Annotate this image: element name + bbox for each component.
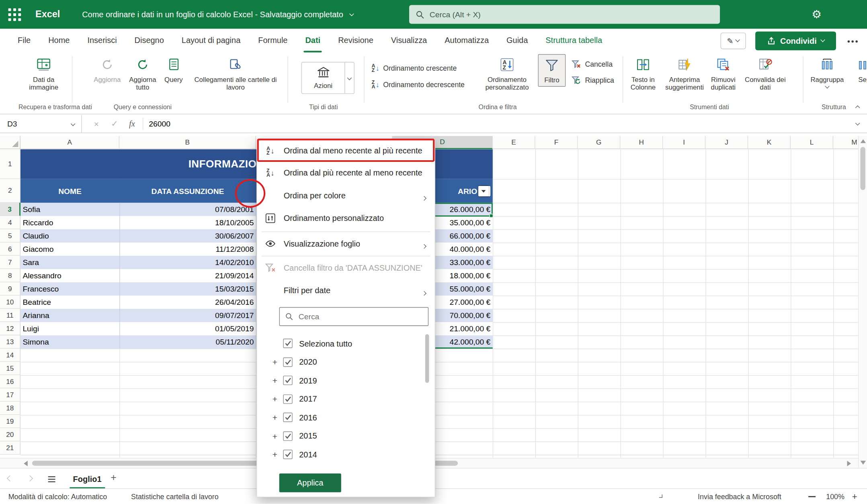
- zoom-level[interactable]: 100%: [826, 492, 844, 501]
- share-button[interactable]: Condividi: [755, 31, 836, 50]
- next-sheet-chevron-icon[interactable]: [27, 475, 33, 482]
- settings-gear-icon[interactable]: ⚙: [812, 0, 822, 29]
- row-header-8[interactable]: 8: [0, 269, 20, 282]
- cell-data-assunzione[interactable]: 26/04/2016: [119, 296, 254, 309]
- tab-home[interactable]: Home: [39, 29, 78, 53]
- apply-filter-button[interactable]: Applica: [279, 473, 341, 492]
- header-cell-nome[interactable]: NOME: [20, 179, 119, 203]
- dati-da-immagine-button[interactable]: Dati da immagine: [20, 55, 68, 91]
- azioni-main[interactable]: Azioni: [302, 62, 344, 93]
- row-header-19[interactable]: 19: [0, 415, 20, 428]
- add-sheet-button[interactable]: +: [111, 472, 116, 484]
- checkbox-2019[interactable]: [283, 375, 292, 385]
- column-header-H[interactable]: H: [620, 136, 663, 149]
- insert-function-icon[interactable]: fx: [129, 119, 135, 128]
- collegamenti-cartelle-button[interactable]: Collegamenti alle cartelle di lavoro: [189, 55, 283, 91]
- cancel-entry-icon[interactable]: ×: [94, 119, 99, 128]
- column-header-E[interactable]: E: [493, 136, 535, 149]
- row-header-20[interactable]: 20: [0, 428, 20, 441]
- ordinamento-personalizzato-button[interactable]: AZ Ordinamento personalizzato: [484, 55, 530, 91]
- expand-plus-icon[interactable]: +: [271, 357, 279, 366]
- ordinamento-decrescente-button[interactable]: ZA↓ Ordinamento decrescente: [371, 78, 464, 92]
- scroll-right-arrow-icon[interactable]: [847, 461, 851, 466]
- checkbox-2016[interactable]: [283, 413, 292, 422]
- expand-plus-icon[interactable]: +: [271, 431, 279, 441]
- expand-plus-icon[interactable]: +: [271, 413, 279, 422]
- confirm-entry-icon[interactable]: ✓: [111, 119, 118, 129]
- cell-nome[interactable]: Sofia: [23, 203, 117, 216]
- cell-nome[interactable]: Francesco: [23, 282, 117, 296]
- tab-guida[interactable]: Guida: [498, 29, 537, 53]
- rimuovi-duplicati-button[interactable]: Rimuovi duplicati: [703, 55, 743, 91]
- cell-nome[interactable]: Simona: [23, 335, 117, 349]
- name-box[interactable]: D3: [0, 114, 82, 133]
- save-status-chevron-icon[interactable]: [349, 11, 354, 16]
- anteprima-suggerimenti-button[interactable]: Anteprima suggerimenti: [662, 55, 707, 91]
- checkbox-2020[interactable]: [283, 357, 292, 366]
- row-header-13[interactable]: 13: [0, 335, 20, 349]
- zoom-out-button[interactable]: [808, 496, 816, 497]
- tab-visualizza[interactable]: Visualizza: [382, 29, 436, 53]
- column-header-A[interactable]: A: [20, 136, 119, 149]
- filter-menu-item-filtri-per-date[interactable]: Filtri per date: [257, 280, 435, 302]
- row-header-10[interactable]: 10: [0, 296, 20, 309]
- cell-data-assunzione[interactable]: 21/09/2014: [119, 269, 254, 282]
- row-header-21[interactable]: 21: [0, 441, 20, 455]
- checkbox-seleziona-tutto[interactable]: [283, 339, 292, 348]
- row-header-18[interactable]: 18: [0, 402, 20, 415]
- raggruppa-button[interactable]: Raggruppa: [807, 55, 847, 88]
- cell-nome[interactable]: Claudio: [23, 229, 117, 243]
- filter-item-seleziona-tutto[interactable]: Seleziona tutto: [257, 334, 435, 352]
- app-name[interactable]: Excel: [35, 9, 60, 20]
- ribbon-more-button[interactable]: •••: [844, 33, 863, 49]
- name-box-chevron-icon[interactable]: [71, 121, 76, 126]
- tab-automatizza[interactable]: Automatizza: [436, 29, 498, 53]
- cell-nome[interactable]: Luigi: [23, 322, 117, 335]
- formula-input[interactable]: 26000: [149, 119, 170, 128]
- column-header-B[interactable]: B: [119, 136, 256, 149]
- cell-nome[interactable]: Arianna: [23, 309, 117, 322]
- filter-item-2019[interactable]: +2019: [257, 371, 435, 389]
- fill-handle[interactable]: [489, 214, 493, 218]
- testo-in-colonne-button[interactable]: Testo in Colonne: [624, 55, 662, 91]
- row-header-3[interactable]: 3: [0, 203, 20, 216]
- cell-data-assunzione[interactable]: 07/08/2001: [119, 203, 254, 216]
- tab-struttura-tabella[interactable]: Struttura tabella: [537, 29, 611, 53]
- row-header-2[interactable]: 2: [0, 179, 20, 203]
- scroll-left-arrow-icon[interactable]: [24, 461, 28, 466]
- filtro-button[interactable]: Filtro: [538, 54, 566, 87]
- cell-data-assunzione[interactable]: 01/05/2019: [119, 322, 254, 335]
- expand-plus-icon[interactable]: +: [271, 375, 279, 385]
- column-header-M[interactable]: M: [833, 136, 858, 149]
- cell-nome[interactable]: Sara: [23, 256, 117, 269]
- row-header-9[interactable]: 9: [0, 282, 20, 296]
- row-header-7[interactable]: 7: [0, 256, 20, 269]
- expand-plus-icon[interactable]: +: [271, 394, 279, 404]
- tab-dati[interactable]: Dati: [296, 29, 329, 53]
- scroll-up-arrow-icon[interactable]: [860, 139, 866, 143]
- cell-data-assunzione[interactable]: 11/12/2008: [119, 243, 254, 256]
- column-header-I[interactable]: I: [663, 136, 705, 149]
- row-header-6[interactable]: 6: [0, 243, 20, 256]
- status-bar-chevron-icon[interactable]: [659, 494, 662, 498]
- cell-data-assunzione[interactable]: 14/02/2010: [119, 256, 254, 269]
- filter-menu-item-visualizzazione-foglio[interactable]: Visualizzazione foglio: [257, 233, 435, 255]
- convalida-dati-button[interactable]: Convalida dei dati: [743, 55, 787, 91]
- row-header-4[interactable]: 4: [0, 216, 20, 229]
- scroll-down-arrow-icon[interactable]: [860, 461, 866, 465]
- ordinamento-crescente-button[interactable]: AZ↓ Ordinamento crescente: [371, 61, 457, 75]
- cell-data-assunzione[interactable]: 15/03/2015: [119, 282, 254, 296]
- row-header-11[interactable]: 11: [0, 309, 20, 322]
- search-box[interactable]: Cerca (Alt + X): [409, 5, 720, 24]
- send-feedback-link[interactable]: Invia feedback a Microsoft: [698, 492, 781, 501]
- document-title[interactable]: Come ordinare i dati in un foglio di cal…: [82, 10, 343, 19]
- filter-item-2020[interactable]: +2020: [257, 353, 435, 371]
- cell-data-assunzione[interactable]: 09/07/2017: [119, 309, 254, 322]
- cell-nome[interactable]: Beatrice: [23, 296, 117, 309]
- column-header-K[interactable]: K: [748, 136, 791, 149]
- vertical-scrollbar[interactable]: [858, 136, 867, 468]
- checkbox-2014[interactable]: [283, 450, 292, 459]
- app-launcher-button[interactable]: [0, 0, 29, 29]
- editing-mode-button[interactable]: ✎: [720, 33, 746, 49]
- query-button[interactable]: Query: [160, 55, 188, 84]
